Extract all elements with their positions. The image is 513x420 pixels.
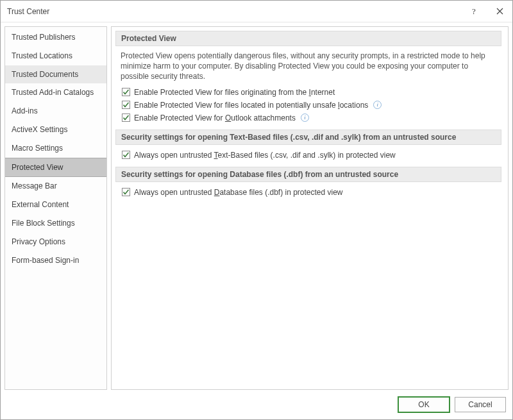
sidebar-item[interactable]: Add-ins — [5, 102, 106, 121]
titlebar: Trust Center ? — [1, 1, 512, 22]
option-open-text-files-pv[interactable]: Always open untrusted Text-Based files (… — [115, 149, 501, 162]
sidebar-item[interactable]: File Block Settings — [5, 214, 106, 233]
option-enable-pv-internet[interactable]: Enable Protected View for files originat… — [115, 86, 501, 99]
sidebar-item[interactable]: Trusted Publishers — [5, 28, 106, 47]
sidebar-item[interactable]: Macro Settings — [5, 139, 106, 158]
window-title: Trust Center — [7, 7, 461, 16]
section-header-text-files: Security settings for opening Text-Based… — [115, 130, 501, 145]
section-header-protected-view: Protected View — [115, 31, 501, 46]
option-open-db-files-pv[interactable]: Always open untrusted Database files (.d… — [115, 186, 501, 199]
dialog-body: Trusted PublishersTrusted LocationsTrust… — [1, 22, 512, 390]
ok-button[interactable]: OK — [398, 397, 450, 412]
sidebar-item[interactable]: Message Bar — [5, 177, 106, 196]
option-label: Always open untrusted Text-Based files (… — [134, 151, 396, 160]
option-label: Always open untrusted Database files (.d… — [134, 188, 343, 197]
sidebar-item[interactable]: Privacy Options — [5, 233, 106, 251]
sidebar-item[interactable]: Protected View — [5, 158, 106, 178]
checkbox-icon — [122, 113, 130, 122]
content-pane: Protected View Protected View opens pote… — [111, 26, 509, 390]
svg-text:?: ? — [472, 8, 476, 15]
sidebar-item[interactable]: Trusted Documents — [5, 65, 106, 84]
option-label: Enable Protected View for files located … — [134, 101, 368, 110]
checkbox-icon — [122, 151, 130, 159]
option-label: Enable Protected View for files originat… — [134, 88, 335, 97]
sidebar-item[interactable]: External Content — [5, 196, 106, 214]
checkbox-icon — [122, 88, 130, 96]
section-header-db-files: Security settings for opening Database f… — [115, 167, 501, 182]
sidebar: Trusted PublishersTrusted LocationsTrust… — [4, 26, 107, 390]
cancel-button[interactable]: Cancel — [455, 397, 506, 412]
close-button[interactable] — [487, 1, 512, 22]
help-button[interactable]: ? — [461, 1, 487, 22]
sidebar-item[interactable]: ActiveX Settings — [5, 121, 106, 139]
option-label: Enable Protected View for Outlook attach… — [134, 113, 296, 122]
info-icon[interactable]: i — [373, 101, 382, 109]
checkbox-icon — [122, 101, 130, 109]
option-enable-pv-outlook[interactable]: Enable Protected View for Outlook attach… — [115, 112, 501, 124]
trust-center-dialog: Trust Center ? Trusted PublishersTrusted… — [0, 0, 513, 420]
sidebar-item[interactable]: Trusted Add-in Catalogs — [5, 83, 106, 102]
sidebar-item[interactable]: Form-based Sign-in — [5, 251, 106, 270]
dialog-footer: OK Cancel — [1, 390, 512, 419]
option-enable-pv-unsafe-locations[interactable]: Enable Protected View for files located … — [115, 99, 501, 112]
sidebar-item[interactable]: Trusted Locations — [5, 47, 106, 65]
checkbox-icon — [122, 188, 130, 196]
protected-view-description: Protected View opens potentially dangero… — [115, 46, 501, 86]
info-icon[interactable]: i — [301, 113, 309, 122]
